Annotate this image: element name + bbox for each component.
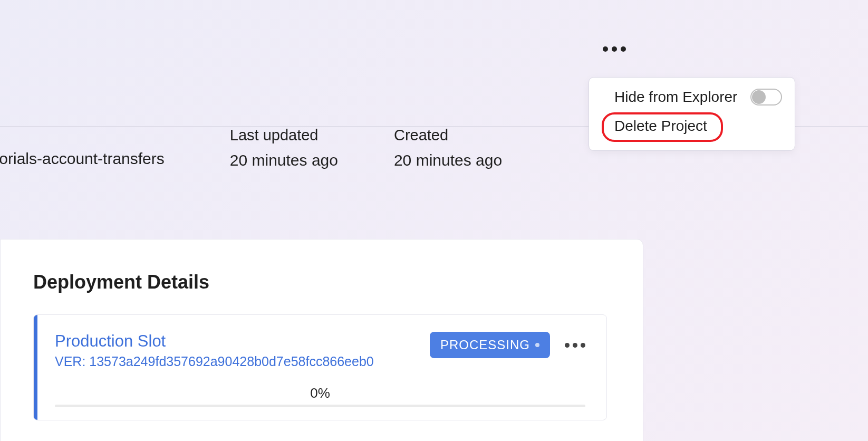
last-updated-label: Last updated [230, 127, 338, 144]
delete-project-label: Delete Project [614, 118, 707, 135]
created-label: Created [394, 127, 502, 144]
slot-version[interactable]: VER: 13573a249fd357692a90428b0d7e58fcc86… [55, 354, 430, 369]
hide-toggle[interactable] [750, 89, 782, 106]
delete-project-item[interactable]: Delete Project [602, 112, 723, 142]
toggle-knob [752, 90, 766, 104]
project-options-menu: Hide from Explorer Delete Project [589, 77, 795, 151]
status-badge: PROCESSING [430, 332, 550, 358]
status-dot-icon [535, 343, 539, 347]
more-options-icon[interactable] [603, 46, 626, 52]
hide-from-explorer-item[interactable]: Hide from Explorer [589, 85, 795, 109]
deployment-details-title: Deployment Details [33, 271, 607, 293]
hide-from-explorer-label: Hide from Explorer [614, 89, 737, 106]
created-value: 20 minutes ago [394, 151, 502, 169]
project-name: torials-account-transfers [0, 127, 165, 168]
last-updated-value: 20 minutes ago [230, 151, 338, 169]
slot-more-icon[interactable] [565, 343, 585, 348]
production-slot-card: Production Slot VER: 13573a249fd357692a9… [33, 314, 607, 420]
deployment-details-card: Deployment Details Production Slot VER: … [0, 239, 643, 441]
progress-percent: 0% [55, 385, 585, 401]
status-badge-label: PROCESSING [440, 338, 530, 352]
slot-title[interactable]: Production Slot [55, 332, 430, 351]
progress-bar [55, 405, 585, 407]
